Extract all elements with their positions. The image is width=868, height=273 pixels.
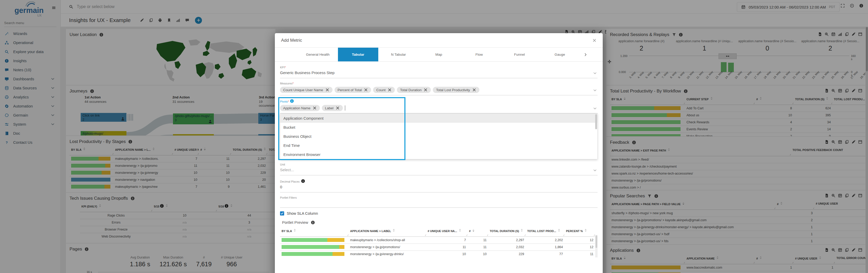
measure-chip[interactable]: Total Lost Productivity bbox=[433, 87, 479, 93]
tab-map[interactable]: Map bbox=[418, 48, 459, 61]
tab-tabular[interactable]: Tabular bbox=[338, 48, 378, 61]
modal-title: Add Metric bbox=[281, 38, 302, 43]
filter-cell[interactable] bbox=[467, 234, 488, 237]
chevron-down-icon[interactable] bbox=[593, 168, 597, 172]
dropdown-option[interactable]: End Time bbox=[280, 141, 597, 150]
pivot-chip[interactable]: Application Name bbox=[280, 105, 320, 111]
tab-n-tabular[interactable]: N Tabular bbox=[378, 48, 418, 61]
remove-chip-icon[interactable] bbox=[325, 88, 330, 92]
table-cell: 12 bbox=[564, 243, 595, 250]
sort-icon[interactable] bbox=[458, 228, 462, 232]
sort-desc-icon[interactable] bbox=[471, 228, 475, 232]
column-header[interactable]: # UNIQUE USER NA... bbox=[426, 227, 467, 234]
unit-field[interactable]: Unit Select... bbox=[280, 163, 597, 175]
table-cell: 11 bbox=[467, 237, 488, 243]
filter-cell[interactable] bbox=[348, 234, 426, 237]
table-row[interactable]: monsterenergy > /ja-jp/promotions/11112,… bbox=[280, 243, 595, 250]
filter-cell[interactable] bbox=[564, 234, 595, 237]
sla-bar bbox=[282, 245, 344, 249]
pivots-label: Pivots* bbox=[280, 99, 597, 103]
filter-cell[interactable] bbox=[280, 234, 348, 237]
table-filter-row bbox=[280, 234, 595, 237]
sla-bar-cell bbox=[280, 237, 348, 243]
sla-segment-g bbox=[282, 238, 327, 242]
portlet-preview: BY SLAAPPLICATION NAME > LABEL# UNIQUE U… bbox=[280, 227, 597, 257]
dropdown-option[interactable]: Environment Browser bbox=[280, 150, 597, 159]
info-icon[interactable] bbox=[301, 179, 305, 183]
chevron-right-icon[interactable] bbox=[580, 48, 588, 61]
column-label: PERCENT % bbox=[566, 229, 583, 233]
table-cell: 2,032 bbox=[488, 243, 526, 250]
dropdown-option[interactable]: Application Component bbox=[280, 114, 597, 123]
column-label: # UNIQUE USER NA... bbox=[428, 229, 457, 233]
dropdown-option[interactable]: Bucket bbox=[280, 123, 597, 132]
table-cell: 10 bbox=[467, 250, 488, 257]
sort-icon[interactable] bbox=[392, 228, 396, 232]
column-header[interactable]: APPLICATION NAME > LABEL bbox=[348, 227, 426, 234]
column-label: # bbox=[469, 229, 471, 233]
filter-cell[interactable] bbox=[426, 234, 467, 237]
sla-bar bbox=[282, 238, 344, 242]
pivot-chip[interactable]: Label bbox=[322, 105, 343, 111]
sla-segment-g bbox=[282, 252, 333, 256]
pivots-field[interactable]: Pivots* Application NameLabel bbox=[280, 99, 597, 113]
remove-chip-icon[interactable] bbox=[472, 88, 476, 92]
chevron-down-icon[interactable] bbox=[593, 106, 597, 111]
table-row[interactable]: makeupbymario > /collections/shop-all711… bbox=[280, 237, 595, 243]
table-cell: 12 bbox=[564, 237, 595, 243]
tab-flow[interactable]: Flow bbox=[459, 48, 499, 61]
measure-chip[interactable]: Percent of Total bbox=[335, 87, 371, 93]
column-header[interactable]: PERCENT % bbox=[564, 227, 595, 234]
measures-field[interactable]: Measures* Count Unique User NamePercent … bbox=[280, 82, 597, 95]
column-header[interactable]: # bbox=[467, 227, 488, 234]
chip-label: Count Unique User Name bbox=[283, 88, 323, 92]
chip-label: Count bbox=[376, 88, 385, 92]
unit-label: Unit bbox=[280, 163, 597, 166]
table-cell: 2,297 bbox=[488, 237, 526, 243]
sla-segment-y bbox=[339, 245, 344, 249]
dropdown-scrollbar[interactable] bbox=[595, 114, 597, 129]
dropdown-option[interactable]: Business Object bbox=[280, 132, 597, 141]
table-row[interactable]: monsterenergy > /ja-jp/energy-drinks/101… bbox=[280, 250, 595, 257]
info-icon[interactable] bbox=[290, 99, 294, 103]
remove-chip-icon[interactable] bbox=[424, 88, 428, 92]
measure-chip[interactable]: Total Duration bbox=[397, 87, 431, 93]
remove-chip-icon[interactable] bbox=[336, 106, 340, 110]
chevron-down-icon[interactable] bbox=[593, 71, 597, 75]
tab-gauge[interactable]: Gauge bbox=[539, 48, 580, 61]
show-sla-checkbox[interactable] bbox=[280, 211, 284, 216]
decimal-places-field[interactable]: Decimal Places 0 bbox=[280, 179, 597, 192]
tab-general-health[interactable]: General Health bbox=[298, 48, 338, 61]
remove-chip-icon[interactable] bbox=[388, 88, 392, 92]
chip-label: Label bbox=[325, 106, 334, 110]
portlet-filters-field[interactable]: Portlet Filters bbox=[280, 196, 597, 208]
chevron-down-icon[interactable] bbox=[593, 88, 597, 92]
table-cell: 11 bbox=[467, 243, 488, 250]
filter-cell[interactable] bbox=[526, 234, 564, 237]
measure-chip[interactable]: Count bbox=[373, 87, 395, 93]
column-header[interactable]: BY SLA bbox=[280, 227, 348, 234]
info-icon[interactable] bbox=[311, 220, 315, 224]
column-header[interactable]: TOTAL LOST PROD... bbox=[526, 227, 564, 234]
column-label: APPLICATION NAME > LABEL bbox=[350, 229, 391, 233]
sort-icon[interactable] bbox=[584, 228, 588, 232]
remove-chip-icon[interactable] bbox=[313, 106, 317, 110]
remove-chip-icon[interactable] bbox=[364, 88, 368, 92]
measure-chip[interactable]: Count Unique User Name bbox=[280, 87, 333, 93]
filter-cell[interactable] bbox=[488, 234, 526, 237]
kpi-field[interactable]: KPI* Generic Business Process Step bbox=[280, 66, 597, 78]
table-cell: 1,864 bbox=[526, 243, 564, 250]
sort-icon[interactable] bbox=[293, 228, 297, 232]
show-sla-row: Show SLA Column bbox=[280, 211, 597, 216]
tab-funnel[interactable]: Funnel bbox=[499, 48, 539, 61]
sla-bar-cell bbox=[280, 243, 348, 250]
sort-icon[interactable] bbox=[520, 228, 524, 232]
close-icon[interactable] bbox=[592, 38, 596, 43]
preview-scrollbar[interactable] bbox=[595, 235, 597, 257]
sla-segment-y bbox=[333, 252, 344, 256]
table-cell: 11 bbox=[564, 250, 595, 257]
pivots-dropdown: Application ComponentBucketBusiness Obje… bbox=[280, 113, 597, 159]
column-header[interactable]: TOTAL DURATION (S) bbox=[488, 227, 526, 234]
sort-icon[interactable] bbox=[557, 228, 561, 232]
decimal-places-label: Decimal Places bbox=[280, 179, 597, 183]
